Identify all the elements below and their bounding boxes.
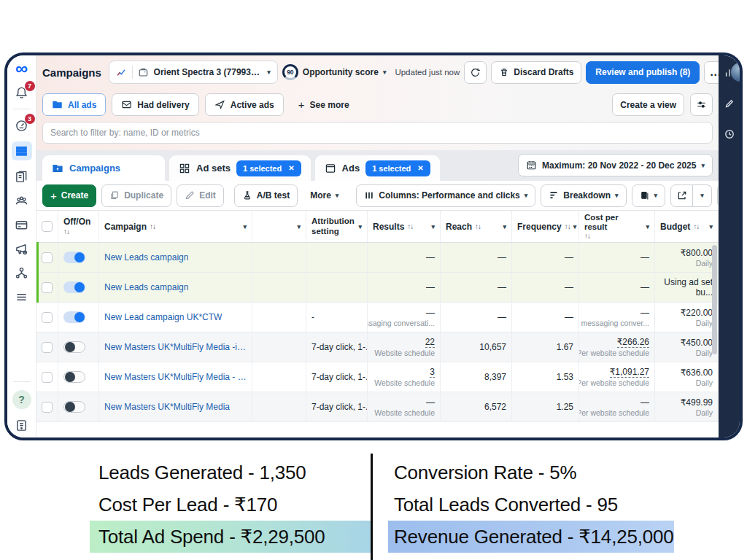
- table-header-row: Off/On↑↓ Campaign↑↓ ▾ ▾ Attribution sett…: [36, 211, 719, 243]
- view-settings-button[interactable]: [690, 93, 713, 116]
- frequency-cell: —: [512, 303, 579, 332]
- account-selector[interactable]: Orient Spectra 3 (779930... ▾: [109, 61, 278, 84]
- ad-sets-selected-badge[interactable]: 1 selected ✕: [236, 160, 301, 176]
- review-and-publish-button[interactable]: Review and publish (8): [586, 61, 700, 84]
- header-reach[interactable]: Reach↑↓ ▾: [441, 211, 512, 242]
- table-row[interactable]: New Masters UK*MultiFly Media - Copy 7-d…: [36, 362, 719, 392]
- columns-button[interactable]: Columns: Performance and clicks ▾: [356, 184, 535, 207]
- campaign-toggle[interactable]: [63, 281, 85, 293]
- meta-logo-icon[interactable]: ∞: [14, 61, 30, 77]
- header-campaign[interactable]: Campaign↑↓ ▾: [99, 211, 252, 242]
- ads-reporting-icon[interactable]: [14, 168, 30, 184]
- table-row[interactable]: New Masters UK*MultiFly Media -ind 7-day…: [36, 332, 719, 362]
- filter-chevron-icon[interactable]: ▾: [573, 223, 577, 230]
- plus-icon: +: [298, 98, 305, 111]
- filter-chevron-icon[interactable]: ▾: [503, 223, 506, 230]
- row-checkbox[interactable]: [42, 312, 53, 323]
- row-checkbox[interactable]: [42, 342, 53, 353]
- top-bar: Campaigns Orient Spectra 3 (779930... ▾ …: [36, 55, 719, 89]
- table-scrollbar[interactable]: [712, 245, 717, 354]
- ab-test-button[interactable]: A/B test: [234, 184, 298, 207]
- learn-icon[interactable]: [14, 417, 30, 433]
- header-cpr[interactable]: Cost per result↑↓ ▾: [579, 211, 655, 242]
- account-overview-icon[interactable]: 3: [14, 117, 30, 133]
- billing-icon[interactable]: [14, 217, 30, 233]
- discard-drafts-button[interactable]: Discard Drafts: [491, 61, 581, 84]
- business-settings-icon[interactable]: [14, 265, 30, 281]
- row-checkbox[interactable]: [42, 282, 53, 293]
- campaigns-table-icon[interactable]: [12, 141, 32, 160]
- audiences-icon[interactable]: [14, 192, 30, 209]
- reports-button[interactable]: ▾: [632, 184, 666, 207]
- campaign-link[interactable]: New Leads campaign: [104, 282, 188, 292]
- header-onoff[interactable]: Off/On↑↓: [58, 211, 99, 242]
- breakdown-button[interactable]: Breakdown ▾: [541, 184, 626, 207]
- filter-all-ads[interactable]: All ads: [42, 93, 106, 116]
- campaign-toggle[interactable]: [63, 341, 85, 353]
- tab-ads[interactable]: Ads 1 selected ✕: [315, 155, 440, 181]
- campaign-link[interactable]: New Lead campaign UK*CTW: [104, 312, 222, 322]
- tab-ad-sets[interactable]: Ad sets 1 selected ✕: [169, 155, 311, 181]
- filter-active-ads[interactable]: Active ads: [205, 93, 284, 116]
- header-blank[interactable]: ▾: [252, 211, 306, 242]
- select-all-checkbox[interactable]: [42, 221, 53, 232]
- summary-cost-per-lead: Cost Per Lead - ₹170: [98, 489, 373, 521]
- search-input[interactable]: [42, 122, 713, 144]
- edit-pencil-icon[interactable]: [724, 98, 735, 109]
- notifications-bell-icon[interactable]: 7: [14, 85, 30, 101]
- header-budget[interactable]: Budget↑↓ ▾: [655, 211, 719, 242]
- export-button[interactable]: [670, 184, 693, 207]
- campaign-toggle[interactable]: [63, 311, 85, 323]
- results-cell: —Messaging conversati...: [368, 303, 441, 332]
- campaign-link[interactable]: New Masters UK*MultiFly Media - Copy: [104, 372, 247, 382]
- campaign-toggle[interactable]: [63, 401, 85, 413]
- budget-cell: ₹636.00Daily: [655, 362, 719, 392]
- results-cell: —: [368, 273, 441, 302]
- see-more-button[interactable]: + See more: [290, 93, 358, 116]
- campaign-toggle[interactable]: [63, 371, 85, 383]
- help-icon[interactable]: ?: [12, 390, 31, 409]
- create-button[interactable]: + Create: [42, 184, 96, 207]
- filter-chevron-icon[interactable]: ▾: [358, 223, 362, 230]
- table-row[interactable]: New Masters UK*MultiFly Media 7-day clic…: [36, 392, 719, 422]
- close-icon[interactable]: ✕: [288, 164, 294, 172]
- cpr-cell: —: [579, 273, 655, 302]
- opportunity-score[interactable]: 90 Opportunity score ▾: [282, 64, 387, 80]
- row-checkbox[interactable]: [42, 252, 53, 263]
- campaigns-table: Off/On↑↓ Campaign↑↓ ▾ ▾ Attribution sett…: [36, 211, 719, 438]
- date-range-selector[interactable]: Maximum: 20 Nov 2022 - 20 Dec 2025 ▾: [518, 154, 713, 176]
- campaign-link[interactable]: New Masters UK*MultiFly Media: [104, 402, 230, 412]
- table-row[interactable]: New Lead campaign UK*CTW - —Messaging co…: [36, 303, 719, 332]
- filter-chevron-icon[interactable]: ▾: [297, 223, 301, 230]
- reach-cell: 6,572: [441, 392, 512, 421]
- ads-selected-badge[interactable]: 1 selected ✕: [365, 160, 430, 176]
- header-frequency[interactable]: Frequency↑↓ ▾: [512, 211, 579, 242]
- campaign-link[interactable]: New Leads campaign: [104, 252, 188, 262]
- create-view-button[interactable]: Create a view: [612, 93, 684, 116]
- campaign-toggle[interactable]: [63, 252, 85, 263]
- campaign-link[interactable]: New Masters UK*MultiFly Media -ind: [104, 342, 247, 352]
- more-button[interactable]: More ▾: [303, 184, 346, 207]
- header-attribution[interactable]: Attribution setting ▾: [306, 211, 368, 242]
- filter-chevron-icon[interactable]: ▾: [243, 223, 247, 230]
- table-row[interactable]: New Leads campaign — — — — Using ad set …: [36, 273, 719, 303]
- edit-button[interactable]: Edit: [177, 184, 224, 207]
- header-select-all[interactable]: [36, 211, 58, 242]
- filter-chevron-icon[interactable]: ▾: [709, 223, 713, 230]
- reach-cell: —: [441, 243, 512, 272]
- duplicate-button[interactable]: Duplicate: [101, 184, 171, 207]
- filter-had-delivery[interactable]: Had delivery: [112, 93, 198, 116]
- all-tools-icon[interactable]: [14, 289, 30, 305]
- row-checkbox[interactable]: [42, 372, 53, 383]
- ad-settings-icon[interactable]: [14, 241, 30, 257]
- header-results[interactable]: Results↑↓ ▾: [368, 211, 441, 242]
- close-icon[interactable]: ✕: [417, 164, 423, 172]
- row-checkbox[interactable]: [42, 402, 53, 413]
- filter-chevron-icon[interactable]: ▾: [646, 223, 649, 230]
- export-options-button[interactable]: ▾: [693, 184, 712, 207]
- history-clock-icon[interactable]: [724, 128, 735, 140]
- filter-chevron-icon[interactable]: ▾: [431, 223, 435, 230]
- refresh-button[interactable]: [464, 61, 487, 84]
- tab-campaigns[interactable]: Campaigns: [42, 155, 165, 181]
- table-row[interactable]: New Leads campaign — — — — ₹800.00Daily: [36, 243, 719, 273]
